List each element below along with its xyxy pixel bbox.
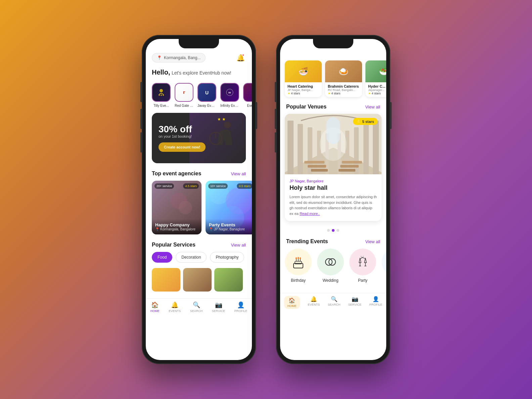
promo-banner[interactable]: ★ ★ 30% off on your 1s xyxy=(152,113,246,163)
catering-card-brahmin[interactable]: 🍛 Brahmin Caterers RV Road, Bangalo... ★… xyxy=(325,60,362,97)
food-image-1[interactable] xyxy=(152,268,180,292)
agency-icon-eventis[interactable]: ✦ Eventis xyxy=(243,83,252,107)
loc-pin-icon-1: 📍 xyxy=(155,227,159,231)
popular-venues-view-all[interactable]: View all xyxy=(365,104,380,109)
extra-circle: 🎉 xyxy=(382,249,386,275)
catering-stars-3: ★ 4 stars xyxy=(368,92,386,95)
chip-food[interactable]: Food xyxy=(152,252,172,263)
phone1-header: 📍 Kormangala, Bang... 🔔 xyxy=(146,50,252,67)
promo-button[interactable]: Create account now! xyxy=(159,142,206,152)
dot-1[interactable] xyxy=(327,229,330,232)
food-image-3[interactable] xyxy=(214,268,243,292)
read-more-link[interactable]: Read more.. xyxy=(300,212,320,216)
nav-profile-label: PROFILE xyxy=(234,309,248,313)
catering-card-heart[interactable]: 🍜 Heart Catering JP Nagar, Banga... ★ 4 … xyxy=(285,60,322,97)
svg-text:✦: ✦ xyxy=(252,91,252,94)
dot-3[interactable] xyxy=(337,229,339,232)
bottom-nav-2: 🏠 HOME 🔔 EVENTS 🔍 SEARCH 📷 xyxy=(280,293,386,313)
venue-image: ⭐ 5 stars xyxy=(285,114,382,174)
agency-icons-row: ✦✦✦ Tilly Eve... r Red Gate E... xyxy=(146,80,252,113)
nav-service-label: SERVICE xyxy=(212,309,225,313)
profile-nav-icon-2: 👤 xyxy=(372,296,379,302)
agency-card-happy[interactable]: 20+ service 4.5 stars Happy Company 📍 Ko… xyxy=(152,181,202,234)
catering-img-2: 🍛 xyxy=(325,60,362,82)
nav-search-label: SEARCH xyxy=(190,309,203,313)
phone1-content: 📍 Kormangala, Bang... 🔔 Hello, Let's exp… xyxy=(146,50,252,323)
trending-circles-row: Birthday Wedding xyxy=(280,249,386,290)
agency-icon-javay[interactable]: U Javay Event... xyxy=(197,83,216,107)
agency-icon-redgate[interactable]: r Red Gate E... xyxy=(175,83,193,107)
birthday-circle xyxy=(285,249,312,275)
svg-rect-31 xyxy=(340,165,359,168)
agency-card-1-overlay: Happy Company 📍 Kormangala, Bangalore xyxy=(152,219,202,234)
greeting-hello: Hello, xyxy=(152,69,170,76)
nav2-home[interactable]: 🏠 HOME xyxy=(284,296,300,309)
loc-pin-icon-2: 📍 xyxy=(209,227,213,231)
top-agencies-view-all[interactable]: View all xyxy=(231,171,246,176)
location-pill[interactable]: 📍 Kormangala, Bang... xyxy=(152,53,206,62)
birthday-cake-icon xyxy=(291,255,306,269)
svg-rect-17 xyxy=(298,124,303,174)
catering-card-hyder[interactable]: 🥗 Hyder C... Jayanager... ★ 4 stars xyxy=(365,60,386,97)
nav2-search[interactable]: 🔍 SEARCH xyxy=(328,296,341,309)
nav-home[interactable]: 🏠 HOME xyxy=(150,301,160,313)
trend-extra[interactable]: 🎉 xyxy=(382,249,386,283)
service-nav-icon: 📷 xyxy=(215,301,222,309)
popular-services-title: Popular Services xyxy=(152,242,195,248)
redgate-label: Red Gate E... xyxy=(175,104,193,107)
home-nav-icon: 🏠 xyxy=(151,301,159,309)
catering-name-3: Hyder C... xyxy=(368,84,386,88)
svg-point-40 xyxy=(298,257,299,259)
trend-wedding[interactable]: Wedding xyxy=(317,249,344,283)
svg-rect-21 xyxy=(373,121,379,174)
chip-photography[interactable]: Photography xyxy=(210,252,244,263)
dot-2[interactable] xyxy=(332,229,335,232)
nav2-service[interactable]: 📷 SERVICE xyxy=(348,296,361,309)
agency-icon-infinity[interactable]: ∞ Infinity Eve... xyxy=(220,83,239,107)
phone2-content: 🍜 Heart Catering JP Nagar, Banga... ★ 4 … xyxy=(280,50,386,320)
food-image-2[interactable] xyxy=(183,268,212,292)
top-agencies-title: Top event agencies xyxy=(152,171,201,177)
nav2-search-label: SEARCH xyxy=(328,303,341,306)
svg-point-0 xyxy=(160,89,163,92)
trend-party[interactable]: Party xyxy=(349,249,376,283)
star-icon: ⭐ xyxy=(356,119,361,124)
nav-home-label: HOME xyxy=(150,309,160,313)
service-count-1: 20+ service xyxy=(154,183,174,189)
phones-container: 📍 Kormangala, Bang... 🔔 Hello, Let's exp… xyxy=(142,35,390,364)
trend-birthday[interactable]: Birthday xyxy=(285,249,312,283)
notch-1 xyxy=(179,39,219,48)
catering-img-3: 🥗 xyxy=(365,60,386,82)
trending-view-all[interactable]: View all xyxy=(365,239,380,244)
catering-loc-1: JP Nagar, Banga... xyxy=(287,88,319,92)
top-agencies-header: Top event agencies View all xyxy=(146,169,252,181)
search-nav-icon: 🔍 xyxy=(193,301,200,309)
phone-2-screen: 🍜 Heart Catering JP Nagar, Banga... ★ 4 … xyxy=(280,39,386,360)
nav-events[interactable]: 🔔 EVENTS xyxy=(169,301,181,313)
party-glasses-icon xyxy=(355,255,370,269)
infinity-label: Infinity Eve... xyxy=(220,104,239,107)
nav-service[interactable]: 📷 SERVICE xyxy=(212,301,225,313)
location-text: Kormangala, Bang... xyxy=(164,55,201,60)
agency-loc-text-1: Kormangala, Bangalore xyxy=(160,227,195,231)
popular-services-view-all[interactable]: View all xyxy=(231,242,246,248)
tilly-label: Tilly Eve... xyxy=(153,104,169,107)
venue-card[interactable]: ⭐ 5 stars JP Nagar, Bangalore Holy star … xyxy=(285,114,382,221)
nav-profile[interactable]: 👤 PROFILE xyxy=(234,301,248,313)
agency-card-party[interactable]: 10+ service 4.5 stars Party Events 📍 JP … xyxy=(206,181,252,234)
svg-rect-29 xyxy=(342,161,362,164)
venue-name: Holy star hall xyxy=(290,184,377,191)
agency-loc-text-2: JP Nagar, Banaglore xyxy=(214,227,245,231)
notification-bell[interactable]: 🔔 xyxy=(235,52,246,63)
nav-search[interactable]: 🔍 SEARCH xyxy=(190,301,203,313)
chip-decoration[interactable]: Decoration xyxy=(176,252,207,263)
svg-point-48 xyxy=(362,257,363,258)
svg-rect-22 xyxy=(363,124,369,174)
catering-row: 🍜 Heart Catering JP Nagar, Banga... ★ 4 … xyxy=(280,50,386,102)
promo-subtitle: on your 1st booking! xyxy=(159,134,206,138)
nav2-events[interactable]: 🔔 EVENTS xyxy=(308,296,320,309)
nav2-profile[interactable]: 👤 PROFILE xyxy=(369,296,383,309)
catering-loc-2: RV Road, Bangalo... xyxy=(328,88,359,92)
agency-icon-tilly[interactable]: ✦✦✦ Tilly Eve... xyxy=(152,83,171,107)
hello-section: Hello, Let's explore EventHub now! xyxy=(146,67,252,80)
